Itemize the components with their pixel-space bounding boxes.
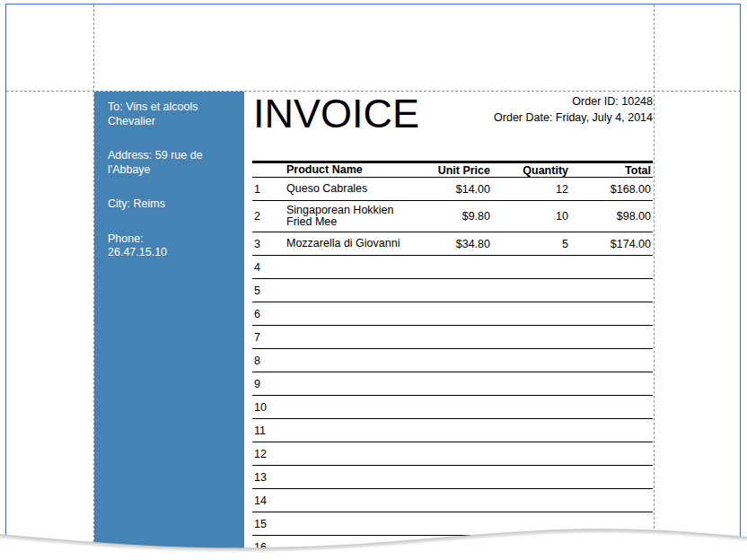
num-cell: 10 [252, 401, 286, 414]
product-cell [286, 404, 411, 411]
num-cell: 11 [252, 424, 286, 437]
column-header-quantity: Quantity [490, 164, 568, 177]
table-row: 7 [252, 326, 653, 349]
table-row: 5 [252, 279, 653, 302]
num-cell: 1 [252, 183, 286, 196]
product-cell: Singaporean Hokkien Fried Mee [286, 201, 411, 232]
table-row: 9 [252, 372, 653, 396]
table-row: 13 [252, 466, 653, 489]
quantity-cell: 10 [490, 210, 568, 223]
product-cell: Queso Cabrales [286, 179, 411, 198]
customer-phone: Phone: 26.47.15.10 [108, 232, 232, 260]
table-row: 3Mozzarella di Giovanni$34.805$174.00 [252, 232, 653, 256]
product-cell [286, 334, 411, 341]
invoice-title: INVOICE [253, 93, 419, 134]
product-cell [286, 451, 411, 458]
num-cell: 2 [252, 210, 286, 223]
num-cell: 12 [252, 448, 286, 460]
total-cell: $168.00 [568, 183, 653, 196]
table-row: 2Singaporean Hokkien Fried Mee$9.8010$98… [252, 201, 653, 232]
product-cell [286, 287, 411, 294]
table-row: 10 [252, 396, 653, 419]
table-header-row: Product NameUnit PriceQuantityTotal [252, 161, 653, 178]
column-header-unit_price: Unit Price [411, 164, 490, 177]
num-cell: 7 [252, 331, 286, 344]
column-header-product: Product Name [286, 164, 411, 176]
unit_price-cell: $9.80 [411, 210, 490, 223]
num-cell: 5 [252, 284, 286, 297]
num-cell: 14 [252, 494, 286, 507]
customer-address: Address: 59 rue de l'Abbaye [108, 149, 232, 177]
product-cell [286, 357, 411, 364]
margin-guide-right [654, 4, 655, 560]
quantity-cell: 5 [490, 238, 568, 250]
product-cell [286, 381, 411, 388]
order-id-line: Order ID: 10248 [404, 93, 653, 109]
product-cell [286, 311, 411, 318]
num-cell: 8 [252, 354, 286, 367]
table-row: 4 [252, 256, 653, 279]
table-row: 8 [252, 349, 653, 372]
customer-info-panel: To: Vins et alcools Chevalier Address: 5… [94, 92, 244, 560]
total-cell: $98.00 [568, 210, 653, 223]
table-row: 12 [252, 442, 653, 466]
product-cell: Mozzarella di Giovanni [286, 234, 411, 253]
num-cell: 4 [252, 261, 286, 274]
order-id-value: 10248 [621, 95, 653, 108]
product-cell [286, 497, 411, 504]
order-date-value: Friday, July 4, 2014 [556, 111, 653, 124]
table-row: 14 [252, 489, 653, 512]
num-cell: 13 [252, 471, 286, 484]
product-cell [286, 427, 411, 434]
num-cell: 3 [252, 238, 286, 250]
num-cell: 6 [252, 308, 286, 320]
product-cell [286, 264, 411, 271]
order-id-label: Order ID: [572, 95, 618, 108]
order-date-line: Order Date: Friday, July 4, 2014 [404, 109, 653, 126]
order-date-label: Order Date: [494, 111, 552, 124]
quantity-cell: 12 [490, 183, 568, 196]
unit_price-cell: $34.80 [411, 238, 490, 250]
num-cell: 9 [252, 378, 286, 390]
order-info: Order ID: 10248 Order Date: Friday, July… [404, 93, 653, 126]
customer-to: To: Vins et alcools Chevalier [108, 101, 232, 128]
unit_price-cell: $14.00 [411, 183, 490, 196]
invoice-table: Product NameUnit PriceQuantityTotal1Ques… [252, 161, 653, 559]
page-curl-edge [0, 525, 747, 560]
customer-city: City: Reims [108, 197, 232, 212]
table-row: 11 [252, 419, 653, 442]
column-header-total: Total [568, 164, 653, 177]
total-cell: $174.00 [568, 238, 653, 250]
table-row: 6 [252, 302, 653, 326]
invoice-page-preview: To: Vins et alcools Chevalier Address: 5… [0, 0, 747, 560]
product-cell [286, 474, 411, 481]
table-row: 1Queso Cabrales$14.0012$168.00 [252, 178, 653, 201]
